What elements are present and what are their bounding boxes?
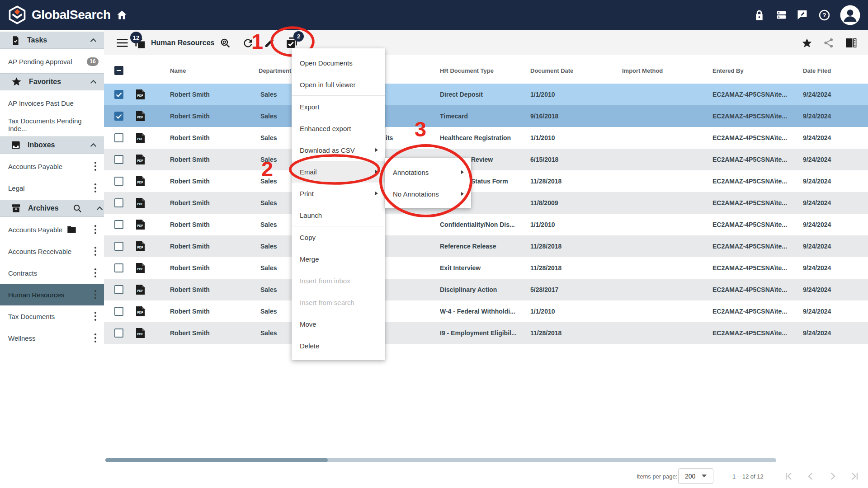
pdf-file-icon[interactable]: PDF: [136, 322, 145, 344]
pdf-file-icon[interactable]: PDF: [136, 279, 145, 300]
menu-item-merge[interactable]: Merge: [292, 248, 385, 270]
avatar[interactable]: [840, 5, 861, 26]
sidebar-section-tasks[interactable]: Tasks: [0, 32, 104, 49]
row-checkbox[interactable]: [114, 90, 123, 99]
column-header-document-date[interactable]: Document Date: [530, 64, 573, 77]
sidebar-item-human-resources[interactable]: Human Resources: [0, 284, 104, 305]
sidebar-item-accounts-payable[interactable]: Accounts Payable: [0, 155, 104, 177]
home-icon[interactable]: [116, 9, 128, 21]
table-row[interactable]: PDFRobert SmithSalesReference Release11/…: [104, 235, 868, 257]
help-icon[interactable]: ?: [819, 9, 830, 21]
edit-icon[interactable]: [264, 38, 275, 48]
menu-item-open-documents[interactable]: Open Documents: [292, 52, 385, 74]
row-checkbox[interactable]: [114, 242, 123, 251]
table-row[interactable]: PDFRobert SmithSalesTimecard9/16/2018EC2…: [104, 105, 868, 127]
previous-page-button[interactable]: [805, 470, 816, 482]
table-row[interactable]: PDFRobert SmithSalesW-4 - Federal Withho…: [104, 300, 868, 322]
menu-item-email[interactable]: Email: [292, 161, 385, 183]
favorite-star-icon[interactable]: [801, 38, 813, 49]
row-checkbox[interactable]: [114, 220, 123, 229]
row-checkbox[interactable]: [114, 328, 123, 338]
table-row[interactable]: PDFRobert SmithSalesDirect Deposit1/1/20…: [104, 84, 868, 105]
table-row[interactable]: PDFRobert SmithSalesReview6/15/2018EC2AM…: [104, 149, 868, 170]
kebab-menu-icon[interactable]: [92, 183, 99, 193]
sidebar-item-contracts[interactable]: Contracts: [0, 262, 104, 284]
sidebar-item-tax-documents[interactable]: Tax Documents: [0, 305, 104, 327]
menu-item-export[interactable]: Export: [292, 96, 385, 117]
kebab-menu-icon[interactable]: [92, 311, 99, 321]
row-checkbox[interactable]: [114, 263, 123, 272]
sidebar-item-tax-documents-pending-inde[interactable]: Tax Documents Pending Inde...: [0, 114, 104, 136]
row-checkbox[interactable]: [114, 285, 123, 294]
pdf-file-icon[interactable]: PDF: [136, 257, 145, 279]
sidebar-section-inboxes[interactable]: Inboxes: [0, 136, 104, 154]
row-checkbox[interactable]: [114, 133, 123, 142]
row-checkbox[interactable]: [114, 307, 123, 316]
submenu-item-no-annotations[interactable]: No Annotations: [385, 183, 471, 205]
kebab-menu-icon[interactable]: [92, 161, 99, 171]
row-checkbox[interactable]: [114, 112, 123, 121]
table-row[interactable]: PDFRobert SmithSalesConfidentiality/Non …: [104, 214, 868, 235]
first-page-button[interactable]: [783, 470, 794, 482]
menu-hamburger-icon[interactable]: [117, 39, 128, 47]
menu-item-move[interactable]: Move: [292, 313, 385, 335]
column-header-import-method[interactable]: Import Method: [622, 64, 663, 77]
kebab-menu-icon[interactable]: [92, 225, 99, 235]
search-icon[interactable]: [72, 203, 82, 213]
column-header-name[interactable]: Name: [170, 64, 186, 77]
storage-icon[interactable]: [776, 9, 787, 20]
feedback-icon[interactable]: [797, 9, 808, 20]
sidebar-item-accounts-payable[interactable]: Accounts Payable: [0, 219, 104, 240]
pdf-file-icon[interactable]: PDF: [136, 300, 145, 322]
menu-item-open-in-full-viewer[interactable]: Open in full viewer: [292, 74, 385, 95]
pdf-file-icon[interactable]: PDF: [136, 214, 145, 235]
scrollbar-thumb[interactable]: [105, 458, 328, 462]
kebab-menu-icon[interactable]: [92, 290, 99, 300]
refresh-search-icon[interactable]: [219, 38, 231, 49]
column-header-entered-by[interactable]: Entered By: [712, 64, 744, 77]
table-row[interactable]: PDFRobert SmithSalesDisciplinary Action5…: [104, 279, 868, 300]
table-row[interactable]: PDFRobert SmithSalesitsHealthcare Regist…: [104, 127, 868, 149]
sidebar-item-legal[interactable]: Legal: [0, 177, 104, 199]
kebab-menu-icon[interactable]: [92, 246, 99, 256]
menu-item-print[interactable]: Print: [292, 183, 385, 204]
menu-item-delete[interactable]: Delete: [292, 335, 385, 357]
sidebar-item-wellness[interactable]: Wellness: [0, 327, 104, 349]
row-checkbox[interactable]: [114, 155, 123, 164]
pdf-file-icon[interactable]: PDF: [136, 127, 145, 149]
submenu-item-annotations[interactable]: Annotations: [385, 161, 471, 183]
last-page-button[interactable]: [849, 470, 861, 482]
menu-item-download-as-csv[interactable]: Download as CSV: [292, 139, 385, 161]
column-header-date-filed[interactable]: Date Filed: [803, 64, 831, 77]
sidebar-item-ap-pending-approval[interactable]: AP Pending Approval16: [0, 51, 104, 72]
pdf-file-icon[interactable]: PDF: [136, 192, 145, 214]
page-size-select[interactable]: 200: [678, 468, 713, 484]
table-row[interactable]: PDFRobert SmithSalesStatus Form11/28/201…: [104, 170, 868, 192]
sidebar-section-archives[interactable]: Archives: [0, 200, 104, 217]
menu-item-enhanced-export[interactable]: Enhanced export: [292, 117, 385, 139]
pdf-file-icon[interactable]: PDF: [136, 149, 145, 170]
horizontal-scrollbar[interactable]: [105, 458, 776, 462]
table-row[interactable]: PDFRobert SmithSalesI9 - Employment Elig…: [104, 322, 868, 344]
row-checkbox[interactable]: [114, 177, 123, 186]
row-checkbox[interactable]: [114, 198, 123, 207]
table-row[interactable]: PDFRobert SmithSalesExit Interview11/28/…: [104, 257, 868, 279]
kebab-menu-icon[interactable]: [92, 268, 99, 278]
sidebar-item-accounts-receivable[interactable]: Accounts Receivable: [0, 240, 104, 262]
sidebar-item-ap-invoices-past-due[interactable]: AP Invoices Past Due: [0, 92, 104, 114]
pdf-file-icon[interactable]: PDF: [136, 105, 145, 127]
next-page-button[interactable]: [827, 470, 839, 482]
pdf-file-icon[interactable]: PDF: [136, 84, 145, 105]
menu-item-launch[interactable]: Launch: [292, 204, 385, 226]
table-row[interactable]: PDFRobert SmithSales11/8/2009EC2AMAZ-4P5…: [104, 192, 868, 214]
sidebar-section-favorites[interactable]: Favorites: [0, 73, 104, 90]
kebab-menu-icon[interactable]: [92, 333, 99, 343]
share-icon[interactable]: [823, 38, 834, 48]
pdf-file-icon[interactable]: PDF: [136, 235, 145, 257]
select-all-checkbox[interactable]: [114, 66, 123, 75]
column-header-department[interactable]: Department: [259, 64, 291, 77]
view-column-icon[interactable]: [845, 38, 857, 48]
menu-item-copy[interactable]: Copy: [292, 226, 385, 248]
column-header-hr-document-type[interactable]: HR Document Type: [440, 64, 494, 77]
pdf-file-icon[interactable]: PDF: [136, 170, 145, 192]
